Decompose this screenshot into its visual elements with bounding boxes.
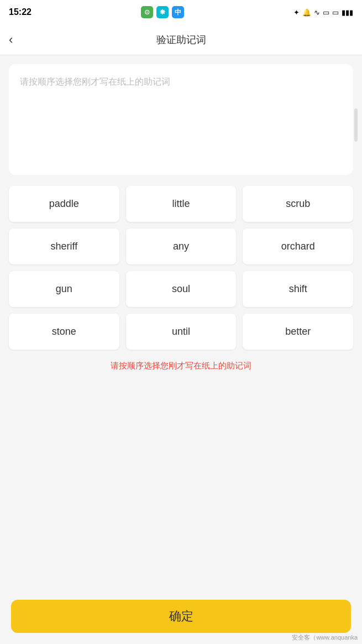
- sim2-icon: ▭: [332, 8, 339, 17]
- word-cell[interactable]: gun: [9, 271, 119, 307]
- back-button[interactable]: ‹: [9, 33, 13, 47]
- word-cell[interactable]: sheriff: [9, 228, 119, 264]
- status-right-icons: ✦ 🔔 ∿ ▭ ▭ ▮▮▮: [293, 8, 353, 17]
- selection-area: 请按顺序选择您刚才写在纸上的助记词: [9, 64, 353, 175]
- scrollbar-indicator: [354, 108, 358, 142]
- word-cell[interactable]: stone: [9, 314, 119, 350]
- battery-icon: ▮▮▮: [342, 8, 353, 17]
- circle-icon: ⊙: [141, 6, 153, 18]
- word-cell[interactable]: shift: [243, 271, 353, 307]
- leaf-icon: ❋: [156, 6, 169, 18]
- status-time: 15:22: [9, 7, 32, 17]
- page-title: 验证助记词: [156, 33, 206, 46]
- word-cell[interactable]: any: [126, 228, 237, 264]
- word-cell[interactable]: paddle: [9, 186, 119, 222]
- word-cell[interactable]: better: [243, 314, 353, 350]
- selection-placeholder: 请按顺序选择您刚才写在纸上的助记词: [20, 77, 170, 86]
- bell-icon: 🔔: [302, 8, 311, 17]
- wifi-icon: ∿: [314, 8, 320, 17]
- main-content: 请按顺序选择您刚才写在纸上的助记词 paddlelittlescrubsheri…: [0, 55, 362, 416]
- sim1-icon: ▭: [323, 8, 329, 17]
- status-left-icons: ⊙ ❋ 中: [141, 6, 184, 18]
- word-cell[interactable]: soul: [126, 271, 237, 307]
- status-bar: 15:22 ⊙ ❋ 中 ✦ 🔔 ∿ ▭ ▭ ▮▮▮: [0, 0, 362, 24]
- confirm-button[interactable]: 确定: [11, 600, 351, 633]
- word-grid: paddlelittlescrubsheriffanyorchardgunsou…: [9, 186, 353, 350]
- page-header: ‹ 验证助记词: [0, 24, 362, 55]
- word-cell[interactable]: little: [126, 186, 237, 222]
- word-cell[interactable]: until: [126, 314, 237, 350]
- word-cell[interactable]: scrub: [243, 186, 353, 222]
- error-message: 请按顺序选择您刚才写在纸上的助记词: [9, 361, 353, 371]
- word-cell[interactable]: orchard: [243, 228, 353, 264]
- watermark: 安全客（www.anquanka: [292, 633, 358, 642]
- data-icon: 中: [172, 6, 184, 18]
- bluetooth-icon: ✦: [293, 8, 300, 17]
